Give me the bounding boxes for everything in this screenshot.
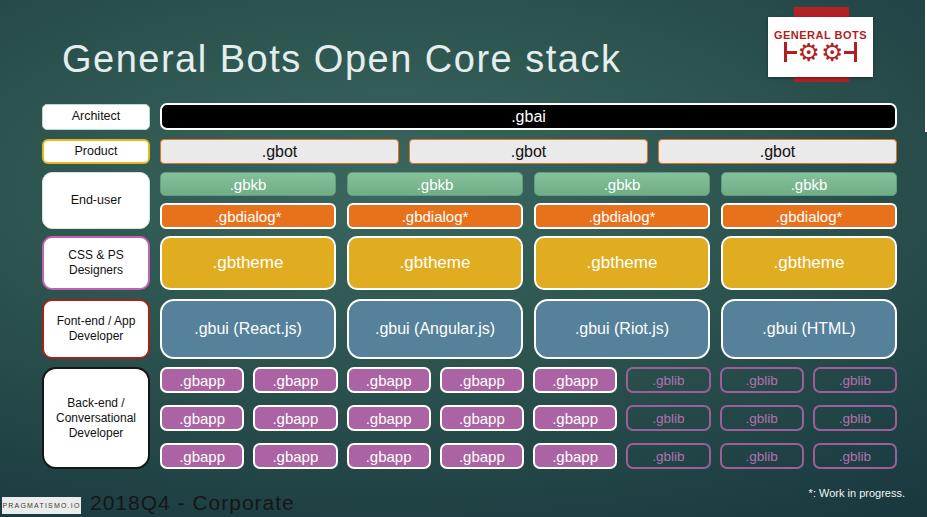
work-in-progress-footnote: *: Work in progress. — [809, 487, 905, 499]
logo-bar-right-icon — [844, 42, 857, 62]
row-gbtheme: .gbtheme .gbtheme .gbtheme .gbtheme — [160, 236, 897, 290]
general-bots-logo: GENERAL BOTS ⚙ ⚙ — [768, 17, 873, 77]
logo-bar-left-icon — [784, 42, 797, 62]
gbui-html-block: .gbui (HTML) — [721, 299, 897, 359]
gblib-block: .gblib — [813, 367, 897, 393]
label-architect: Architect — [42, 104, 150, 130]
gbapp-block: .gbapp — [533, 443, 617, 469]
label-backend-conversational-developer: Back-end / Conversational Developer — [42, 367, 150, 469]
gblib-block: .gblib — [720, 443, 804, 469]
gbdialog-block: .gbdialog* — [721, 203, 897, 229]
logo-gears: ⚙ ⚙ — [784, 39, 858, 65]
gbtheme-block: .gbtheme — [534, 236, 710, 290]
gear-icon: ⚙ — [821, 39, 843, 65]
label-frontend-app-developer: Font-end / App Developer — [42, 299, 150, 359]
page-title: General Bots Open Core stack — [62, 38, 762, 81]
gbot-block: .gbot — [160, 139, 399, 164]
gblib-block: .gblib — [813, 405, 897, 431]
label-product: Product — [42, 139, 150, 164]
gbdialog-block: .gbdialog* — [534, 203, 710, 229]
gbapp-block: .gbapp — [253, 405, 337, 431]
gblib-block: .gblib — [720, 405, 804, 431]
gblib-block: .gblib — [720, 367, 804, 393]
gbapp-block: .gbapp — [160, 367, 244, 393]
gbkb-block: .gbkb — [160, 172, 336, 196]
gbtheme-block: .gbtheme — [721, 236, 897, 290]
gbapp-block: .gbapp — [347, 405, 431, 431]
row-backend-2: .gbapp .gbapp .gbapp .gbapp .gbapp .gbli… — [160, 405, 897, 431]
row-backend-3: .gbapp .gbapp .gbapp .gbapp .gbapp .gbli… — [160, 443, 897, 469]
gblib-block: .gblib — [626, 367, 710, 393]
gbapp-block: .gbapp — [533, 405, 617, 431]
gbapp-block: .gbapp — [347, 443, 431, 469]
gbapp-block: .gbapp — [440, 405, 524, 431]
gblib-block: .gblib — [626, 443, 710, 469]
gbai-block: .gbai — [160, 103, 897, 130]
gbapp-block: .gbapp — [160, 405, 244, 431]
slide: General Bots Open Core stack GENERAL BOT… — [0, 0, 927, 517]
row-gbui: .gbui (React.js) .gbui (Angular.js) .gbu… — [160, 299, 897, 359]
gbkb-block: .gbkb — [721, 172, 897, 196]
gbapp-block: .gbapp — [440, 443, 524, 469]
footer-date-text: 2018Q4 - Corporate — [90, 491, 295, 515]
gbot-block: .gbot — [409, 139, 648, 164]
gbkb-block: .gbkb — [347, 172, 523, 196]
label-end-user: End-user — [42, 172, 150, 229]
gbapp-block: .gbapp — [440, 367, 524, 393]
gear-icon: ⚙ — [798, 39, 820, 65]
gbot-block: .gbot — [658, 139, 897, 164]
row-backend-1: .gbapp .gbapp .gbapp .gbapp .gbapp .gbli… — [160, 367, 897, 393]
gbtheme-block: .gbtheme — [160, 236, 336, 290]
gbapp-block: .gbapp — [347, 367, 431, 393]
gbapp-block: .gbapp — [160, 443, 244, 469]
label-css-ps-designers: CSS & PS Designers — [42, 236, 150, 290]
gbkb-block: .gbkb — [534, 172, 710, 196]
gbdialog-block: .gbdialog* — [160, 203, 336, 229]
gblib-block: .gblib — [813, 443, 897, 469]
gbapp-block: .gbapp — [253, 443, 337, 469]
gbui-angular-block: .gbui (Angular.js) — [347, 299, 523, 359]
gbapp-block: .gbapp — [253, 367, 337, 393]
row-gbot: .gbot .gbot .gbot — [160, 139, 897, 164]
pragmatismo-badge: PRAGMATISMO.IO — [2, 497, 81, 514]
gbdialog-block: .gbdialog* — [347, 203, 523, 229]
gbapp-block: .gbapp — [533, 367, 617, 393]
gblib-block: .gblib — [626, 405, 710, 431]
gbtheme-block: .gbtheme — [347, 236, 523, 290]
row-gbkb: .gbkb .gbkb .gbkb .gbkb — [160, 172, 897, 196]
gbui-riot-block: .gbui (Riot.js) — [534, 299, 710, 359]
row-gbai: .gbai — [160, 103, 897, 130]
row-gbdialog: .gbdialog* .gbdialog* .gbdialog* .gbdial… — [160, 203, 897, 229]
gbui-react-block: .gbui (React.js) — [160, 299, 336, 359]
